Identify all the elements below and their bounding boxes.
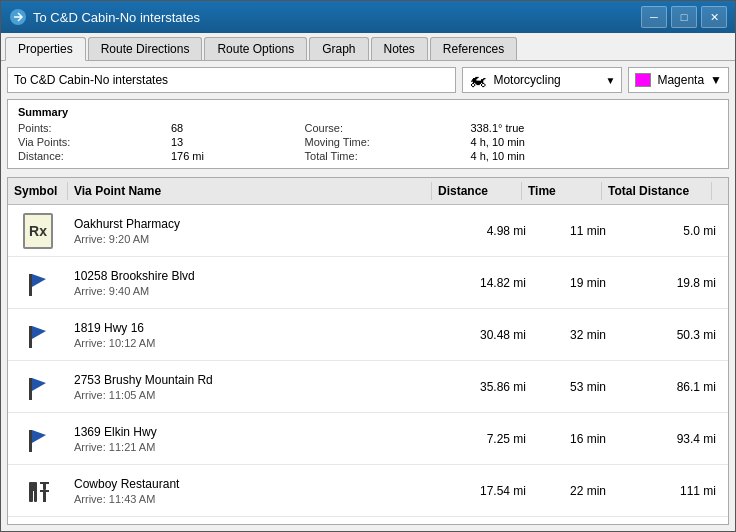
pharmacy-icon: Rx bbox=[23, 213, 53, 249]
arrive-time: Arrive: 9:20 AM bbox=[74, 233, 442, 245]
title-bar: To C&D Cabin-No interstates ─ □ ✕ bbox=[1, 1, 735, 33]
close-button[interactable]: ✕ bbox=[701, 6, 727, 28]
main-window: To C&D Cabin-No interstates ─ □ ✕ Proper… bbox=[0, 0, 736, 532]
window-title: To C&D Cabin-No interstates bbox=[33, 10, 641, 25]
points-value: 68 bbox=[171, 122, 297, 134]
svg-marker-8 bbox=[32, 430, 46, 443]
mode-dropdown[interactable]: 🏍 Motorcycling ▼ bbox=[462, 67, 622, 93]
arrive-time: Arrive: 11:05 AM bbox=[74, 389, 442, 401]
time-cell: 22 min bbox=[538, 480, 618, 502]
table-row[interactable]: 1369 Elkin HwyArrive: 11:21 AM7.25 mi16 … bbox=[8, 413, 728, 465]
col-time: Time bbox=[522, 182, 602, 200]
tab-references[interactable]: References bbox=[430, 37, 517, 60]
svg-marker-2 bbox=[32, 274, 46, 287]
tab-route-directions[interactable]: Route Directions bbox=[88, 37, 203, 60]
name-cell: Cowboy RestaurantArrive: 11:43 AM bbox=[68, 473, 448, 509]
mode-label: Motorcycling bbox=[493, 73, 560, 87]
name-cell: Oakhurst PharmacyArrive: 9:20 AM bbox=[68, 213, 448, 249]
distance-cell: 17.54 mi bbox=[448, 480, 538, 502]
window-controls: ─ □ ✕ bbox=[641, 6, 727, 28]
table-row[interactable]: RxOakhurst PharmacyArrive: 9:20 AM4.98 m… bbox=[8, 205, 728, 257]
moving-time-value: 4 h, 10 min bbox=[470, 136, 617, 148]
points-label: Points: bbox=[18, 122, 163, 134]
window-icon bbox=[9, 8, 27, 26]
point-name: 2753 Brushy Mountain Rd bbox=[74, 373, 442, 387]
tab-properties[interactable]: Properties bbox=[5, 37, 86, 61]
total-distance-cell: 111 mi bbox=[618, 480, 728, 502]
time-cell: 32 min bbox=[538, 324, 618, 346]
distance-value: 176 mi bbox=[171, 150, 297, 162]
symbol-cell bbox=[8, 420, 68, 458]
name-cell: 1819 Hwy 16Arrive: 10:12 AM bbox=[68, 317, 448, 353]
point-name: Oakhurst Pharmacy bbox=[74, 217, 442, 231]
maximize-button[interactable]: □ bbox=[671, 6, 697, 28]
route-table: Symbol Via Point Name Distance Time Tota… bbox=[7, 177, 729, 525]
svg-rect-5 bbox=[29, 378, 32, 400]
table-row[interactable]: Cowboy RestaurantArrive: 11:43 AM17.54 m… bbox=[8, 465, 728, 517]
via-points-label: Via Points: bbox=[18, 136, 163, 148]
tab-bar: Properties Route Directions Route Option… bbox=[1, 33, 735, 61]
total-distance-cell: 86.1 mi bbox=[618, 376, 728, 398]
col-scroll bbox=[712, 182, 728, 200]
table-row[interactable]: 2753 Brushy Mountain RdArrive: 11:05 AM3… bbox=[8, 361, 728, 413]
distance-cell: 7.25 mi bbox=[448, 428, 538, 450]
table-row[interactable]: 1819 Hwy 16Arrive: 10:12 AM30.48 mi32 mi… bbox=[8, 309, 728, 361]
minimize-button[interactable]: ─ bbox=[641, 6, 667, 28]
arrive-time: Arrive: 11:21 AM bbox=[74, 441, 442, 453]
arrive-time: Arrive: 9:40 AM bbox=[74, 285, 442, 297]
color-dropdown[interactable]: Magenta ▼ bbox=[628, 67, 729, 93]
point-name: 1819 Hwy 16 bbox=[74, 321, 442, 335]
svg-rect-1 bbox=[29, 274, 32, 296]
time-cell: 19 min bbox=[538, 272, 618, 294]
table-row[interactable]: 10258 Brookshire BlvdArrive: 9:40 AM14.8… bbox=[8, 257, 728, 309]
distance-cell: 35.86 mi bbox=[448, 376, 538, 398]
distance-cell: 14.82 mi bbox=[448, 272, 538, 294]
symbol-cell bbox=[8, 472, 68, 510]
arrive-time: Arrive: 11:43 AM bbox=[74, 493, 442, 505]
col-name: Via Point Name bbox=[68, 182, 432, 200]
table-header: Symbol Via Point Name Distance Time Tota… bbox=[8, 178, 728, 205]
col-symbol: Symbol bbox=[8, 182, 68, 200]
svg-rect-3 bbox=[29, 326, 32, 348]
table-body[interactable]: RxOakhurst PharmacyArrive: 9:20 AM4.98 m… bbox=[8, 205, 728, 524]
symbol-cell: Rx bbox=[8, 209, 68, 253]
tab-graph[interactable]: Graph bbox=[309, 37, 368, 60]
top-controls: 🏍 Motorcycling ▼ Magenta ▼ bbox=[7, 67, 729, 93]
arrive-time: Arrive: 10:12 AM bbox=[74, 337, 442, 349]
svg-rect-11 bbox=[34, 482, 37, 502]
motorcycle-icon: 🏍 bbox=[469, 70, 487, 91]
symbol-cell bbox=[8, 368, 68, 406]
summary-grid: Points: 68 Course: 338.1° true Via Point… bbox=[18, 122, 718, 162]
moving-time-label: Moving Time: bbox=[305, 136, 463, 148]
name-cell: 10258 Brookshire BlvdArrive: 9:40 AM bbox=[68, 265, 448, 301]
point-name: 1369 Elkin Hwy bbox=[74, 425, 442, 439]
svg-rect-15 bbox=[43, 490, 46, 502]
col-distance: Distance bbox=[432, 182, 522, 200]
flag-icon bbox=[23, 320, 53, 350]
distance-label: Distance: bbox=[18, 150, 163, 162]
total-time-label: Total Time: bbox=[305, 150, 463, 162]
time-cell: 16 min bbox=[538, 428, 618, 450]
col-total: Total Distance bbox=[602, 182, 712, 200]
tab-route-options[interactable]: Route Options bbox=[204, 37, 307, 60]
name-cell: 1369 Elkin HwyArrive: 11:21 AM bbox=[68, 421, 448, 457]
time-cell: 11 min bbox=[538, 220, 618, 242]
point-name: Cowboy Restaurant bbox=[74, 477, 442, 491]
symbol-cell bbox=[8, 316, 68, 354]
symbol-cell bbox=[8, 264, 68, 302]
tab-notes[interactable]: Notes bbox=[371, 37, 428, 60]
content-area: 🏍 Motorcycling ▼ Magenta ▼ Summary Point… bbox=[1, 61, 735, 531]
color-label: Magenta bbox=[657, 73, 704, 87]
total-distance-cell: 5.0 mi bbox=[618, 220, 728, 242]
summary-title: Summary bbox=[18, 106, 718, 118]
total-time-value: 4 h, 10 min bbox=[470, 150, 617, 162]
summary-box: Summary Points: 68 Course: 338.1° true V… bbox=[7, 99, 729, 169]
flag-icon bbox=[23, 424, 53, 454]
color-swatch bbox=[635, 73, 651, 87]
route-name-input[interactable] bbox=[7, 67, 456, 93]
svg-rect-13 bbox=[40, 482, 49, 484]
svg-marker-6 bbox=[32, 378, 46, 391]
time-cell: 53 min bbox=[538, 376, 618, 398]
color-dropdown-arrow: ▼ bbox=[710, 73, 722, 87]
food-icon bbox=[23, 476, 53, 506]
